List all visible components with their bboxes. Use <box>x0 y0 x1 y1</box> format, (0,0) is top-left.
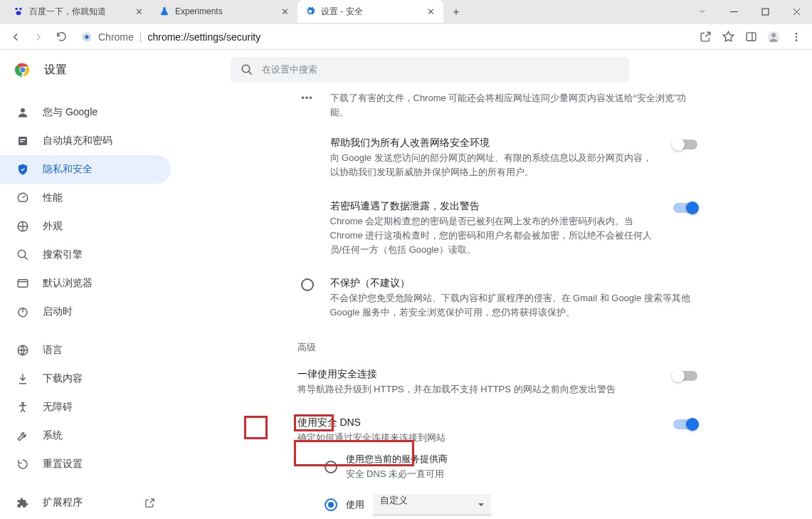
url-text: chrome://settings/security <box>147 31 260 43</box>
tab-settings[interactable]: 设置 - 安全 ✕ <box>297 0 443 23</box>
sidebar-item-system[interactable]: 系统 <box>0 421 171 450</box>
option-title: 不保护（不建议） <box>330 277 697 290</box>
sidebar-item-label: 下载内容 <box>43 372 83 385</box>
close-icon[interactable]: ✕ <box>279 6 290 17</box>
radio-dns-custom[interactable] <box>325 498 337 511</box>
sidebar-item-downloads[interactable]: 下载内容 <box>0 365 171 393</box>
option-desc: 安全 DNS 未必一直可用 <box>346 467 448 481</box>
svg-point-12 <box>796 39 798 41</box>
window-titlebar: 百度一下，你就知道 ✕ Experiments ✕ 设置 - 安全 ✕ + <box>0 0 812 24</box>
address-field[interactable]: Chrome | chrome://settings/security <box>74 27 692 47</box>
option-desc: 确定如何通过安全连接来连接到网站 <box>297 431 653 445</box>
svg-rect-22 <box>18 280 28 288</box>
speedometer-icon <box>16 191 30 205</box>
toggle-password-leak[interactable] <box>673 203 697 213</box>
sidebar-item-label: 语言 <box>43 344 63 357</box>
svg-point-2 <box>16 11 21 15</box>
option-title: 使用您当前的服务提供商 <box>346 453 448 466</box>
svg-rect-3 <box>730 11 738 12</box>
tab-title: 设置 - 安全 <box>321 6 420 18</box>
sidebar-item-label: 搜索引擎 <box>43 248 83 261</box>
dns-option-custom[interactable]: 使用 自定义 <box>325 491 703 518</box>
option-help-improve: 帮助我们为所有人改善网络安全环境 向 Google 发送您访问的部分网页的网址、… <box>292 127 703 189</box>
sidebar-item-label: 外观 <box>43 220 63 233</box>
back-button[interactable] <box>6 27 26 47</box>
shield-icon <box>16 162 30 177</box>
side-panel-icon[interactable] <box>741 27 761 47</box>
sidebar-item-accessibility[interactable]: 无障碍 <box>0 393 171 421</box>
autofill-icon <box>16 134 30 148</box>
sidebar-item-label: 性能 <box>43 192 63 204</box>
separator: | <box>139 31 142 43</box>
share-icon[interactable] <box>695 27 715 47</box>
sidebar-item-appearance[interactable]: 外观 <box>0 212 171 241</box>
menu-icon[interactable] <box>786 27 806 47</box>
chrome-logo-icon <box>14 61 31 78</box>
toggle-help-improve[interactable] <box>673 140 697 150</box>
gear-favicon-icon <box>305 6 316 17</box>
svg-point-14 <box>21 68 26 73</box>
option-desc: 将导航路径升级到 HTTPS，并在加载不支持 HTTPS 的网站之前向您发出警告 <box>297 382 653 397</box>
new-tab-button[interactable]: + <box>446 2 466 22</box>
browser-tabs: 百度一下，你就知道 ✕ Experiments ✕ 设置 - 安全 ✕ + <box>0 0 466 24</box>
svg-point-11 <box>796 36 798 38</box>
radio-dns-current[interactable] <box>325 461 337 473</box>
sidebar-item-autofill[interactable]: 自动填充和密码 <box>0 127 171 155</box>
sidebar-item-label: 启动时 <box>43 305 73 318</box>
bookmark-icon[interactable] <box>718 27 738 47</box>
close-window-button[interactable] <box>781 0 812 23</box>
svg-rect-4 <box>762 9 769 15</box>
dns-option-current-provider[interactable]: 使用您当前的服务提供商 安全 DNS 未必一直可用 <box>325 450 703 484</box>
settings-main: ••• 下载了有害的文件，Chrome 可能还会将相应网址连同少量网页内容发送给… <box>182 50 812 519</box>
sidebar-item-you-and-google[interactable]: 您与 Google <box>0 98 171 127</box>
sidebar-item-default-browser[interactable]: 默认浏览器 <box>0 269 171 298</box>
option-password-leak: 若密码遭遇了数据泄露，发出警告 Chrome 会定期检查您的密码是否已被列在网上… <box>292 190 703 267</box>
chevron-down-icon[interactable] <box>687 0 718 23</box>
sidebar-item-privacy-security[interactable]: 隐私和安全 <box>0 155 171 184</box>
globe-icon <box>16 343 30 357</box>
tab-baidu[interactable]: 百度一下，你就知道 ✕ <box>6 0 152 23</box>
forward-button[interactable] <box>28 27 48 47</box>
flask-favicon-icon <box>159 6 170 17</box>
reload-button[interactable] <box>51 27 71 47</box>
radio-no-protection[interactable] <box>301 278 314 291</box>
sidebar-item-label: 无障碍 <box>43 401 73 414</box>
tab-title: 百度一下，你就知道 <box>29 6 128 18</box>
option-title: 使用安全 DNS <box>297 416 653 429</box>
option-desc: 向 Google 发送您访问的部分网页的网址、有限的系统信息以及部分网页内容，以… <box>330 151 653 179</box>
sidebar-item-on-startup[interactable]: 启动时 <box>0 298 171 326</box>
settings-search[interactable]: 在设置中搜索 <box>231 57 629 83</box>
tab-title: Experiments <box>175 6 274 16</box>
sidebar-item-performance[interactable]: 性能 <box>0 184 171 212</box>
option-no-protection[interactable]: 不保护（不建议） 不会保护您免受危险网站、下载内容和扩展程序的侵害。在 Gmai… <box>292 267 703 330</box>
svg-point-25 <box>22 402 24 404</box>
sidebar-item-extensions[interactable]: 扩展程序 <box>0 488 171 517</box>
power-icon <box>16 305 30 319</box>
maximize-button[interactable] <box>749 0 781 23</box>
svg-rect-18 <box>20 139 26 140</box>
sidebar-item-languages[interactable]: 语言 <box>0 336 171 365</box>
more-icon[interactable]: ••• <box>300 93 315 103</box>
extension-icon <box>16 496 30 510</box>
sidebar-item-reset[interactable]: 重置设置 <box>0 450 171 478</box>
svg-point-16 <box>21 108 25 112</box>
sidebar-item-label: 重置设置 <box>43 458 83 471</box>
sidebar-item-search-engine[interactable]: 搜索引擎 <box>0 241 171 269</box>
close-icon[interactable]: ✕ <box>425 6 436 17</box>
dns-provider-dropdown[interactable]: 自定义 <box>373 494 491 515</box>
close-icon[interactable]: ✕ <box>133 6 144 17</box>
settings-header: 设置 在设置中搜索 <box>0 50 812 90</box>
svg-point-9 <box>771 33 776 37</box>
dns-use-label: 使用 <box>346 498 364 511</box>
option-desc: 不会保护您免受危险网站、下载内容和扩展程序的侵害。在 Gmail 和 Googl… <box>330 291 697 320</box>
option-desc: Chrome 会定期检查您的密码是否已被列在网上发布的外泄密码列表内。当 Chr… <box>330 214 653 257</box>
profile-icon[interactable] <box>764 27 784 47</box>
tab-experiments[interactable]: Experiments ✕ <box>152 0 297 23</box>
toggle-always-https[interactable] <box>673 371 697 381</box>
sidebar-item-label: 您与 Google <box>43 106 97 119</box>
search-icon <box>16 248 30 262</box>
minimize-button[interactable] <box>718 0 749 23</box>
partial-option-desc: 下载了有害的文件，Chrome 可能还会将相应网址连同少量网页内容发送给“安全浏… <box>330 91 697 120</box>
toggle-secure-dns[interactable] <box>673 419 697 429</box>
option-always-https: 一律使用安全连接 将导航路径升级到 HTTPS，并在加载不支持 HTTPS 的网… <box>292 358 703 407</box>
